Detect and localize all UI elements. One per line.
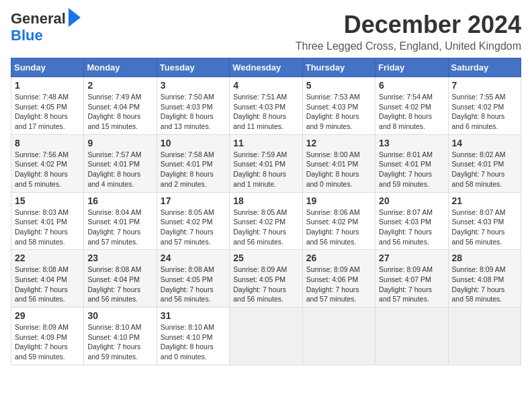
calendar-cell: 26Sunrise: 8:09 AMSunset: 4:06 PMDayligh… — [302, 250, 375, 308]
day-info: Sunrise: 8:09 AMSunset: 4:09 PMDaylight:… — [15, 322, 80, 362]
dow-header: Friday — [375, 58, 448, 77]
calendar-cell: 7Sunrise: 7:55 AMSunset: 4:02 PMDaylight… — [448, 77, 521, 135]
day-number: 4 — [233, 80, 298, 91]
calendar-cell: 10Sunrise: 7:58 AMSunset: 4:01 PMDayligh… — [157, 134, 229, 192]
sunrise: Sunrise: 8:09 AM — [452, 265, 517, 275]
day-info: Sunrise: 8:01 AMSunset: 4:01 PMDaylight:… — [379, 150, 444, 189]
calendar-cell: 21Sunrise: 8:07 AMSunset: 4:03 PMDayligh… — [448, 192, 521, 250]
calendar-cell: 18Sunrise: 8:05 AMSunset: 4:02 PMDayligh… — [230, 192, 302, 250]
daylight-hours: Daylight: 8 hours — [161, 169, 226, 179]
sunset: Sunset: 4:07 PM — [379, 275, 444, 285]
day-number: 11 — [233, 138, 298, 148]
daylight-minutes: and 58 minutes. — [15, 237, 80, 247]
day-number: 29 — [15, 310, 80, 321]
day-info: Sunrise: 8:09 AMSunset: 4:07 PMDaylight:… — [379, 265, 444, 304]
day-info: Sunrise: 8:10 AMSunset: 4:10 PMDaylight:… — [87, 322, 152, 362]
daylight-hours: Daylight: 7 hours — [452, 285, 517, 295]
sunrise: Sunrise: 8:02 AM — [452, 150, 517, 160]
sunset: Sunset: 4:01 PM — [306, 159, 371, 169]
sunrise: Sunrise: 7:54 AM — [379, 92, 444, 102]
daylight-minutes: and 56 minutes. — [15, 294, 80, 304]
daylight-hours: Daylight: 7 hours — [15, 285, 80, 295]
day-number: 17 — [161, 195, 226, 206]
daylight-hours: Daylight: 8 hours — [87, 169, 152, 179]
sunset: Sunset: 4:03 PM — [233, 102, 298, 112]
day-info: Sunrise: 7:54 AMSunset: 4:02 PMDaylight:… — [379, 92, 444, 132]
day-number: 18 — [233, 195, 298, 206]
sunset: Sunset: 4:01 PM — [161, 159, 226, 169]
day-number: 5 — [306, 80, 371, 91]
sunrise: Sunrise: 8:10 AM — [161, 322, 226, 332]
sunset: Sunset: 4:03 PM — [452, 217, 517, 227]
sunset: Sunset: 4:05 PM — [233, 275, 298, 285]
daylight-minutes: and 0 minutes. — [306, 179, 371, 189]
sunrise: Sunrise: 7:50 AM — [161, 92, 226, 102]
day-info: Sunrise: 8:10 AMSunset: 4:10 PMDaylight:… — [161, 322, 226, 362]
sunset: Sunset: 4:04 PM — [87, 275, 152, 285]
calendar-cell: 20Sunrise: 8:07 AMSunset: 4:03 PMDayligh… — [375, 192, 448, 250]
calendar-week-row: 22Sunrise: 8:08 AMSunset: 4:04 PMDayligh… — [11, 250, 521, 308]
day-number: 21 — [452, 195, 517, 206]
day-number: 13 — [379, 138, 444, 148]
day-number: 10 — [161, 138, 226, 148]
svg-marker-0 — [69, 8, 81, 27]
day-number: 7 — [452, 80, 517, 91]
days-of-week-row: SundayMondayTuesdayWednesdayThursdayFrid… — [11, 58, 521, 77]
calendar-cell: 6Sunrise: 7:54 AMSunset: 4:02 PMDaylight… — [375, 77, 448, 135]
day-info: Sunrise: 8:04 AMSunset: 4:01 PMDaylight:… — [87, 208, 152, 247]
logo-icon — [67, 8, 81, 27]
sunrise: Sunrise: 7:59 AM — [233, 150, 298, 160]
daylight-minutes: and 59 minutes. — [379, 179, 444, 189]
sunrise: Sunrise: 8:08 AM — [161, 265, 226, 275]
day-info: Sunrise: 8:02 AMSunset: 4:01 PMDaylight:… — [452, 150, 517, 189]
calendar-cell: 15Sunrise: 8:03 AMSunset: 4:01 PMDayligh… — [11, 192, 84, 250]
day-number: 15 — [15, 195, 80, 206]
sunrise: Sunrise: 8:10 AM — [87, 322, 152, 332]
calendar-body: 1Sunrise: 7:48 AMSunset: 4:05 PMDaylight… — [11, 77, 521, 365]
calendar-cell — [302, 308, 375, 365]
calendar-cell: 22Sunrise: 8:08 AMSunset: 4:04 PMDayligh… — [11, 250, 84, 308]
day-number: 14 — [452, 138, 517, 148]
day-info: Sunrise: 8:08 AMSunset: 4:04 PMDaylight:… — [15, 265, 80, 304]
sunset: Sunset: 4:05 PM — [15, 102, 80, 112]
day-number: 30 — [87, 310, 152, 321]
daylight-minutes: and 6 minutes. — [452, 122, 517, 132]
calendar-cell: 1Sunrise: 7:48 AMSunset: 4:05 PMDaylight… — [11, 77, 84, 135]
sunrise: Sunrise: 7:57 AM — [87, 150, 152, 160]
day-info: Sunrise: 7:49 AMSunset: 4:04 PMDaylight:… — [87, 92, 152, 132]
sunset: Sunset: 4:06 PM — [306, 275, 371, 285]
sunset: Sunset: 4:01 PM — [15, 217, 80, 227]
calendar-cell: 17Sunrise: 8:05 AMSunset: 4:02 PMDayligh… — [157, 192, 229, 250]
main-title: December 2024 — [296, 11, 521, 39]
daylight-hours: Daylight: 7 hours — [452, 227, 517, 237]
daylight-hours: Daylight: 7 hours — [379, 285, 444, 295]
daylight-hours: Daylight: 7 hours — [306, 285, 371, 295]
daylight-hours: Daylight: 8 hours — [306, 169, 371, 179]
sunset: Sunset: 4:04 PM — [15, 275, 80, 285]
daylight-hours: Daylight: 8 hours — [15, 169, 80, 179]
calendar-cell: 8Sunrise: 7:56 AMSunset: 4:02 PMDaylight… — [11, 134, 84, 192]
day-info: Sunrise: 8:08 AMSunset: 4:05 PMDaylight:… — [161, 265, 226, 304]
sunset: Sunset: 4:02 PM — [379, 102, 444, 112]
calendar-cell: 5Sunrise: 7:53 AMSunset: 4:03 PMDaylight… — [302, 77, 375, 135]
daylight-minutes: and 57 minutes. — [306, 294, 371, 304]
daylight-hours: Daylight: 7 hours — [161, 285, 226, 295]
day-info: Sunrise: 8:05 AMSunset: 4:02 PMDaylight:… — [161, 208, 226, 247]
sunset: Sunset: 4:01 PM — [87, 159, 152, 169]
calendar-cell: 19Sunrise: 8:06 AMSunset: 4:02 PMDayligh… — [302, 192, 375, 250]
sunrise: Sunrise: 7:49 AM — [87, 92, 152, 102]
calendar-cell: 12Sunrise: 8:00 AMSunset: 4:01 PMDayligh… — [302, 134, 375, 192]
day-number: 25 — [233, 253, 298, 263]
day-info: Sunrise: 7:48 AMSunset: 4:05 PMDaylight:… — [15, 92, 80, 132]
sunset: Sunset: 4:02 PM — [233, 217, 298, 227]
sunrise: Sunrise: 7:58 AM — [161, 150, 226, 160]
sunrise: Sunrise: 7:56 AM — [15, 150, 80, 160]
calendar-week-row: 15Sunrise: 8:03 AMSunset: 4:01 PMDayligh… — [11, 192, 521, 250]
sunrise: Sunrise: 8:06 AM — [306, 208, 371, 218]
day-info: Sunrise: 8:05 AMSunset: 4:02 PMDaylight:… — [233, 208, 298, 247]
sunrise: Sunrise: 8:04 AM — [87, 208, 152, 218]
dow-header: Thursday — [302, 58, 375, 77]
calendar-cell: 4Sunrise: 7:51 AMSunset: 4:03 PMDaylight… — [230, 77, 302, 135]
day-info: Sunrise: 7:58 AMSunset: 4:01 PMDaylight:… — [161, 150, 226, 189]
day-info: Sunrise: 7:56 AMSunset: 4:02 PMDaylight:… — [15, 150, 80, 189]
